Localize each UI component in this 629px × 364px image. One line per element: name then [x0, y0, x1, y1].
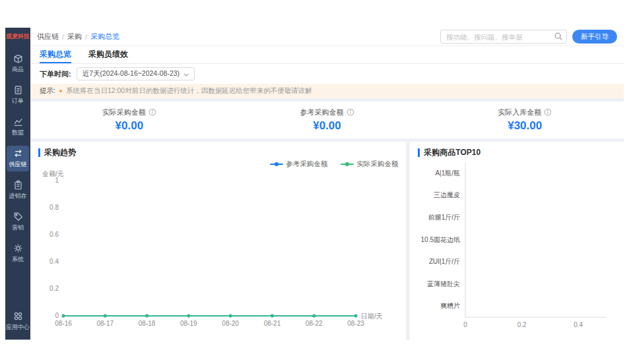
app-window: 观麦科技 商品 订单 [5, 28, 624, 340]
stat-value: ¥0.00 [116, 119, 144, 133]
sidebar-item-label: 营销 [12, 224, 24, 232]
tag-icon [13, 212, 23, 222]
stat-label: 实际采购金额 [102, 107, 146, 117]
breadcrumb-purchase[interactable]: 采购 [67, 32, 82, 42]
svg-text:08-21: 08-21 [264, 320, 281, 327]
stat-reference-purchase: 参考采购金额 ¥0.00 [228, 102, 426, 138]
sidebar-item-label: 进销存 [9, 192, 27, 200]
svg-text:0: 0 [464, 321, 468, 328]
date-range-select[interactable]: 近7天(2024-08-16~2024-08-23) [77, 67, 195, 80]
notice-text: 系统将在当日12:00对前日的数据进行统计，因数据延迟给您带来的不便敬请谅解 [66, 86, 312, 96]
svg-text:三边魔皮: 三边魔皮 [434, 191, 460, 198]
sidebar-item-label: 商品 [12, 65, 24, 74]
line-series-icon [341, 162, 354, 167]
notice-prefix: 提示: [40, 86, 55, 96]
svg-text:08-23: 08-23 [347, 320, 364, 327]
tabs: 采购总览 采购员绩效 [30, 46, 624, 64]
chart-icon [13, 117, 23, 127]
info-icon[interactable] [149, 108, 156, 117]
stat-actual-purchase: 实际采购金额 ¥0.00 [30, 102, 228, 138]
svg-text:0.2: 0.2 [517, 321, 527, 328]
svg-text:日期/天: 日期/天 [361, 313, 383, 320]
legend-label: 实际采购金额 [356, 160, 398, 169]
search-input[interactable] [440, 30, 567, 44]
apps-icon [13, 311, 23, 321]
sidebar-item-goods[interactable]: 商品 [7, 51, 29, 76]
charts-section: 采购趋势 参考采购金额 [30, 142, 624, 340]
breadcrumb-current: 采购总览 [90, 32, 119, 42]
purchase-trend-line-chart: 金额/元00.20.40.60.8108-1608-1708-1808-1908… [38, 169, 398, 333]
sidebar: 观麦科技 商品 订单 [5, 28, 30, 340]
panel-title: 采购趋势 [38, 148, 398, 157]
tab-buyer-performance[interactable]: 采购员绩效 [88, 46, 128, 63]
svg-text:爽糟片: 爽糟片 [440, 302, 460, 309]
sidebar-item-label: 系统 [12, 255, 24, 264]
sidebar-item-label: 应用中心 [6, 323, 30, 332]
svg-text:08-22: 08-22 [306, 320, 323, 327]
sidebar-item-app-center[interactable]: 应用中心 [7, 309, 29, 334]
bullet-dot-icon [59, 90, 62, 92]
purchase-trend-panel: 采购趋势 参考采购金额 [30, 142, 406, 340]
gear-icon [13, 243, 23, 253]
svg-text:08-20: 08-20 [222, 320, 239, 327]
svg-text:前腿1斤/斤: 前腿1斤/斤 [428, 214, 460, 221]
panel-title: 采购商品TOP10 [418, 148, 616, 157]
screenshot-canvas: 观麦科技 商品 订单 [0, 0, 629, 364]
brand-logo: 观麦科技 [6, 32, 30, 41]
svg-text:1: 1 [55, 177, 59, 184]
top10-products-panel: 采购商品TOP10 A|1瓶/瓶三边魔皮前腿1斤/斤10.5圆花边纸ZUI|1斤… [410, 142, 624, 340]
svg-text:0.8: 0.8 [50, 204, 59, 211]
legend-item-actual-amount[interactable]: 实际采购金额 [341, 160, 398, 169]
stat-value: ¥30.00 [508, 119, 542, 133]
svg-text:ZUI|1斤/斤: ZUI|1斤/斤 [429, 258, 460, 265]
tab-purchase-overview[interactable]: 采购总览 [40, 46, 71, 63]
chevron-down-icon [183, 70, 189, 78]
legend-item-reference-amount[interactable]: 参考采购金额 [270, 160, 327, 169]
sidebar-item-supply-chain[interactable]: 供应链 [7, 146, 29, 171]
sidebar-item-marketing[interactable]: 营销 [7, 209, 29, 235]
sidebar-item-inventory[interactable]: 进销存 [7, 177, 29, 203]
info-icon[interactable] [544, 108, 552, 117]
document-icon [13, 85, 23, 95]
sidebar-item-orders[interactable]: 订单 [7, 82, 29, 108]
svg-text:0.2: 0.2 [50, 285, 59, 292]
svg-text:10.5圆花边纸: 10.5圆花边纸 [421, 236, 460, 243]
clipboard-icon [13, 180, 23, 190]
breadcrumb-separator: / [85, 33, 87, 41]
stat-label: 参考采购金额 [300, 107, 344, 117]
top10-products-bar-chart: A|1瓶/瓶三边魔皮前腿1斤/斤10.5圆花边纸ZUI|1斤/斤蓝薄猪肚尖爽糟片… [418, 157, 616, 333]
box-icon [13, 53, 23, 63]
date-range-value: 近7天(2024-08-16~2024-08-23) [83, 69, 180, 78]
supply-chain-icon [13, 148, 23, 158]
svg-text:0: 0 [55, 312, 59, 319]
svg-text:A|1瓶/瓶: A|1瓶/瓶 [436, 169, 461, 177]
legend-label: 参考采购金额 [286, 160, 327, 169]
sidebar-item-data[interactable]: 数据 [7, 114, 29, 140]
search-box [440, 30, 567, 44]
main-content: 供应链 / 采购 / 采购总览 新手引导 [30, 28, 624, 340]
breadcrumb-supply-chain[interactable]: 供应链 [37, 32, 59, 42]
header-actions: 新手引导 [440, 30, 617, 44]
svg-text:08-18: 08-18 [139, 320, 156, 327]
chart-legend: 参考采购金额 实际采购金额 [38, 160, 398, 169]
svg-text:0.4: 0.4 [574, 321, 583, 328]
search-icon[interactable] [554, 32, 563, 44]
svg-text:0.4: 0.4 [50, 258, 59, 265]
svg-text:08-16: 08-16 [55, 320, 72, 327]
svg-text:蓝薄猪肚尖: 蓝薄猪肚尖 [427, 280, 460, 288]
info-icon[interactable] [347, 108, 354, 117]
stats-cards: 实际采购金额 ¥0.00 参考采购金额 [30, 102, 624, 138]
filter-bar: 下单时间: 近7天(2024-08-16~2024-08-23) [30, 64, 624, 84]
sidebar-item-label: 订单 [12, 97, 24, 106]
svg-text:金额/元: 金额/元 [42, 170, 64, 177]
beginner-guide-button[interactable]: 新手引导 [572, 30, 617, 44]
svg-text:0.6: 0.6 [50, 231, 59, 238]
stat-actual-inbound: 实际入库金额 ¥30.00 [426, 102, 624, 138]
svg-text:08-17: 08-17 [96, 320, 114, 327]
breadcrumb: 供应链 / 采购 / 采购总览 [37, 32, 119, 42]
sidebar-item-system[interactable]: 系统 [7, 241, 29, 266]
stat-value: ¥0.00 [313, 119, 341, 133]
sidebar-item-label: 数据 [12, 129, 24, 137]
breadcrumb-separator: / [62, 33, 64, 41]
notice-bar: 提示: 系统将在当日12:00对前日的数据进行统计，因数据延迟给您带来的不便敬请… [30, 84, 624, 98]
